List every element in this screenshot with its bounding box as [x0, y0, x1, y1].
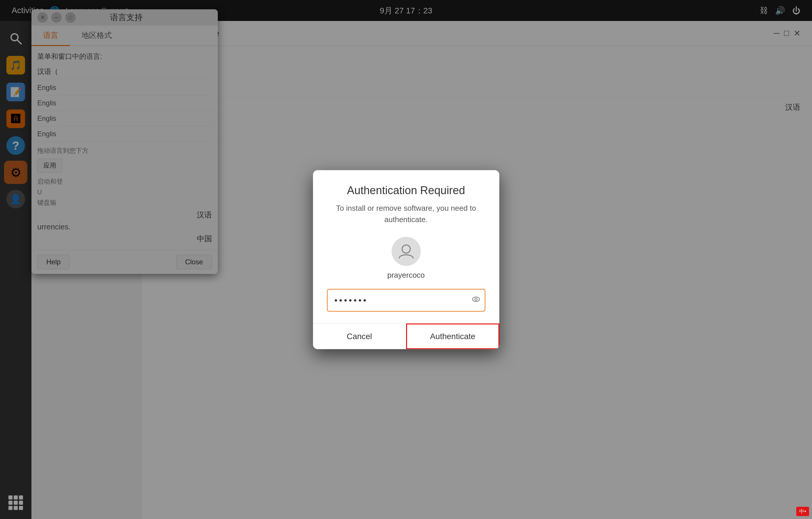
auth-username: prayercoco — [387, 270, 425, 280]
auth-password-wrap — [327, 289, 485, 312]
auth-password-input[interactable] — [327, 289, 485, 312]
auth-dialog: Authentication Required To install or re… — [313, 170, 499, 349]
svg-point-3 — [472, 297, 480, 301]
auth-title: Authentication Required — [327, 184, 485, 197]
auth-avatar — [392, 237, 421, 266]
auth-authenticate-button[interactable]: Authenticate — [406, 323, 499, 349]
svg-point-4 — [475, 298, 477, 300]
auth-show-password-btn[interactable] — [471, 295, 481, 306]
svg-point-2 — [402, 245, 410, 253]
auth-dialog-footer: Cancel Authenticate — [313, 323, 499, 349]
user-avatar-icon — [397, 242, 415, 261]
auth-avatar-section: prayercoco — [327, 237, 485, 280]
eye-icon — [471, 295, 481, 304]
watermark: 中• — [796, 507, 809, 516]
auth-dialog-body: Authentication Required To install or re… — [313, 170, 499, 312]
auth-subtitle: To install or remove software, you need … — [327, 202, 485, 225]
auth-cancel-button[interactable]: Cancel — [313, 323, 406, 349]
